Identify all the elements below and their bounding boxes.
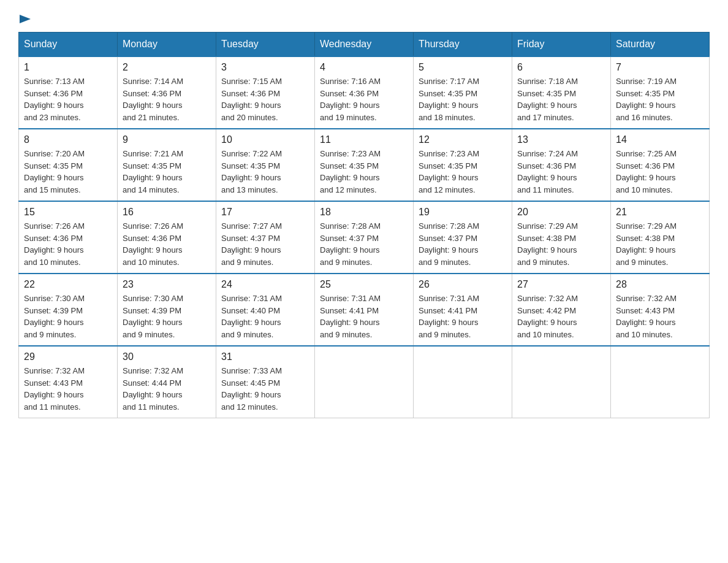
day-info: Sunrise: 7:23 AMSunset: 4:35 PMDaylight:… <box>419 149 479 194</box>
day-info: Sunrise: 7:32 AMSunset: 4:44 PMDaylight:… <box>123 366 183 412</box>
day-info: Sunrise: 7:29 AMSunset: 4:38 PMDaylight:… <box>616 221 677 267</box>
calendar-cell <box>512 346 611 418</box>
day-info: Sunrise: 7:31 AMSunset: 4:40 PMDaylight:… <box>221 294 282 339</box>
day-info: Sunrise: 7:29 AMSunset: 4:38 PMDaylight:… <box>517 221 578 267</box>
day-number: 5 <box>419 62 507 73</box>
calendar-cell: 27 Sunrise: 7:32 AMSunset: 4:42 PMDaylig… <box>512 274 611 346</box>
day-info: Sunrise: 7:20 AMSunset: 4:35 PMDaylight:… <box>24 149 85 194</box>
day-info: Sunrise: 7:27 AMSunset: 4:37 PMDaylight:… <box>221 221 282 267</box>
day-info: Sunrise: 7:32 AMSunset: 4:43 PMDaylight:… <box>24 366 85 412</box>
day-info: Sunrise: 7:14 AMSunset: 4:36 PMDaylight:… <box>123 77 183 122</box>
day-number: 29 <box>24 351 112 362</box>
day-info: Sunrise: 7:31 AMSunset: 4:41 PMDaylight:… <box>419 294 479 339</box>
calendar-week-row: 15 Sunrise: 7:26 AMSunset: 4:36 PMDaylig… <box>19 201 710 274</box>
day-number: 6 <box>517 62 605 73</box>
day-info: Sunrise: 7:16 AMSunset: 4:36 PMDaylight:… <box>320 77 381 122</box>
calendar-week-row: 22 Sunrise: 7:30 AMSunset: 4:39 PMDaylig… <box>19 274 710 346</box>
calendar-cell: 18 Sunrise: 7:28 AMSunset: 4:37 PMDaylig… <box>315 201 414 274</box>
calendar-cell: 25 Sunrise: 7:31 AMSunset: 4:41 PMDaylig… <box>315 274 414 346</box>
day-number: 21 <box>616 207 704 218</box>
calendar-cell: 9 Sunrise: 7:21 AMSunset: 4:35 PMDayligh… <box>118 129 216 201</box>
day-info: Sunrise: 7:13 AMSunset: 4:36 PMDaylight:… <box>24 77 85 122</box>
day-number: 4 <box>320 62 408 73</box>
day-number: 2 <box>123 62 211 73</box>
calendar-cell: 8 Sunrise: 7:20 AMSunset: 4:35 PMDayligh… <box>19 129 118 201</box>
calendar-cell: 5 Sunrise: 7:17 AMSunset: 4:35 PMDayligh… <box>414 56 512 129</box>
day-number: 18 <box>320 207 408 218</box>
calendar-cell: 17 Sunrise: 7:27 AMSunset: 4:37 PMDaylig… <box>216 201 315 274</box>
calendar-cell: 1 Sunrise: 7:13 AMSunset: 4:36 PMDayligh… <box>19 56 118 129</box>
day-info: Sunrise: 7:30 AMSunset: 4:39 PMDaylight:… <box>123 294 183 339</box>
weekday-header-saturday: Saturday <box>611 33 710 57</box>
calendar-cell: 23 Sunrise: 7:30 AMSunset: 4:39 PMDaylig… <box>118 274 216 346</box>
calendar-cell: 24 Sunrise: 7:31 AMSunset: 4:40 PMDaylig… <box>216 274 315 346</box>
day-number: 13 <box>517 134 605 145</box>
day-number: 23 <box>123 279 211 290</box>
day-number: 30 <box>123 351 211 362</box>
calendar-cell: 2 Sunrise: 7:14 AMSunset: 4:36 PMDayligh… <box>118 56 216 129</box>
calendar-cell: 31 Sunrise: 7:33 AMSunset: 4:45 PMDaylig… <box>216 346 315 418</box>
day-info: Sunrise: 7:32 AMSunset: 4:42 PMDaylight:… <box>517 294 578 339</box>
calendar-cell: 19 Sunrise: 7:28 AMSunset: 4:37 PMDaylig… <box>414 201 512 274</box>
day-number: 14 <box>616 134 704 145</box>
day-number: 22 <box>24 279 112 290</box>
calendar-cell <box>611 346 710 418</box>
day-number: 24 <box>221 279 309 290</box>
day-info: Sunrise: 7:17 AMSunset: 4:35 PMDaylight:… <box>419 77 479 122</box>
day-number: 11 <box>320 134 408 145</box>
calendar-cell: 11 Sunrise: 7:23 AMSunset: 4:35 PMDaylig… <box>315 129 414 201</box>
day-number: 25 <box>320 279 408 290</box>
calendar-cell: 12 Sunrise: 7:23 AMSunset: 4:35 PMDaylig… <box>414 129 512 201</box>
day-number: 9 <box>123 134 211 145</box>
day-info: Sunrise: 7:30 AMSunset: 4:39 PMDaylight:… <box>24 294 85 339</box>
calendar-cell: 3 Sunrise: 7:15 AMSunset: 4:36 PMDayligh… <box>216 56 315 129</box>
calendar-header-row: SundayMondayTuesdayWednesdayThursdayFrid… <box>19 33 710 57</box>
weekday-header-friday: Friday <box>512 33 611 57</box>
day-number: 12 <box>419 134 507 145</box>
calendar-cell: 28 Sunrise: 7:32 AMSunset: 4:43 PMDaylig… <box>611 274 710 346</box>
day-info: Sunrise: 7:26 AMSunset: 4:36 PMDaylight:… <box>24 221 85 267</box>
day-info: Sunrise: 7:26 AMSunset: 4:36 PMDaylight:… <box>123 221 183 267</box>
day-info: Sunrise: 7:18 AMSunset: 4:35 PMDaylight:… <box>517 77 578 122</box>
day-number: 19 <box>419 207 507 218</box>
day-info: Sunrise: 7:33 AMSunset: 4:45 PMDaylight:… <box>221 366 282 412</box>
day-number: 20 <box>517 207 605 218</box>
calendar-week-row: 1 Sunrise: 7:13 AMSunset: 4:36 PMDayligh… <box>19 56 710 129</box>
day-info: Sunrise: 7:22 AMSunset: 4:35 PMDaylight:… <box>221 149 282 194</box>
calendar-cell: 4 Sunrise: 7:16 AMSunset: 4:36 PMDayligh… <box>315 56 414 129</box>
logo-arrow-icon <box>18 12 32 26</box>
day-info: Sunrise: 7:19 AMSunset: 4:35 PMDaylight:… <box>616 77 677 122</box>
day-number: 1 <box>24 62 112 73</box>
calendar-cell <box>414 346 512 418</box>
day-info: Sunrise: 7:15 AMSunset: 4:36 PMDaylight:… <box>221 77 282 122</box>
day-info: Sunrise: 7:28 AMSunset: 4:37 PMDaylight:… <box>320 221 381 267</box>
calendar-cell: 21 Sunrise: 7:29 AMSunset: 4:38 PMDaylig… <box>611 201 710 274</box>
day-info: Sunrise: 7:24 AMSunset: 4:36 PMDaylight:… <box>517 149 578 194</box>
day-info: Sunrise: 7:23 AMSunset: 4:35 PMDaylight:… <box>320 149 381 194</box>
day-info: Sunrise: 7:21 AMSunset: 4:35 PMDaylight:… <box>123 149 183 194</box>
day-number: 3 <box>221 62 309 73</box>
calendar-cell: 7 Sunrise: 7:19 AMSunset: 4:35 PMDayligh… <box>611 56 710 129</box>
svg-marker-0 <box>20 15 31 23</box>
day-number: 15 <box>24 207 112 218</box>
day-number: 7 <box>616 62 704 73</box>
calendar-cell <box>315 346 414 418</box>
weekday-header-tuesday: Tuesday <box>216 33 315 57</box>
calendar-cell: 10 Sunrise: 7:22 AMSunset: 4:35 PMDaylig… <box>216 129 315 201</box>
calendar-cell: 22 Sunrise: 7:30 AMSunset: 4:39 PMDaylig… <box>19 274 118 346</box>
calendar-cell: 13 Sunrise: 7:24 AMSunset: 4:36 PMDaylig… <box>512 129 611 201</box>
day-info: Sunrise: 7:32 AMSunset: 4:43 PMDaylight:… <box>616 294 677 339</box>
day-number: 31 <box>221 351 309 362</box>
calendar-body: 1 Sunrise: 7:13 AMSunset: 4:36 PMDayligh… <box>19 56 710 418</box>
calendar-cell: 6 Sunrise: 7:18 AMSunset: 4:35 PMDayligh… <box>512 56 611 129</box>
day-number: 26 <box>419 279 507 290</box>
page-header <box>18 12 710 26</box>
calendar-cell: 15 Sunrise: 7:26 AMSunset: 4:36 PMDaylig… <box>19 201 118 274</box>
day-number: 10 <box>221 134 309 145</box>
calendar-cell: 29 Sunrise: 7:32 AMSunset: 4:43 PMDaylig… <box>19 346 118 418</box>
calendar-cell: 30 Sunrise: 7:32 AMSunset: 4:44 PMDaylig… <box>118 346 216 418</box>
day-info: Sunrise: 7:25 AMSunset: 4:36 PMDaylight:… <box>616 149 677 194</box>
calendar-cell: 26 Sunrise: 7:31 AMSunset: 4:41 PMDaylig… <box>414 274 512 346</box>
calendar-week-row: 8 Sunrise: 7:20 AMSunset: 4:35 PMDayligh… <box>19 129 710 201</box>
weekday-header-wednesday: Wednesday <box>315 33 414 57</box>
